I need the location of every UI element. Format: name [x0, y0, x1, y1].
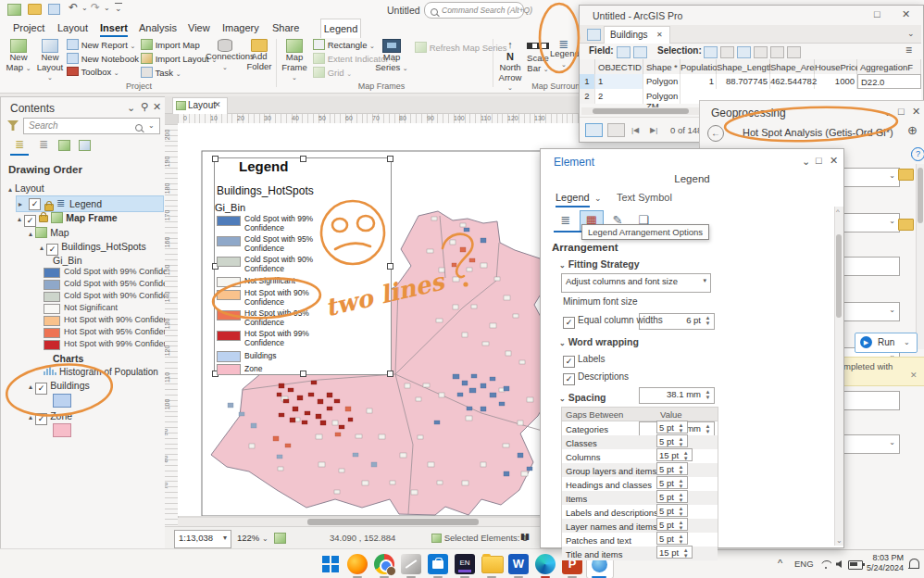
redo-dropdown-icon[interactable]: ⌄: [104, 3, 110, 13]
buildings-swatch[interactable]: [53, 394, 71, 408]
task-button[interactable]: Task ⌄: [141, 67, 181, 79]
tab-buildings-close-icon[interactable]: ✕: [656, 30, 663, 40]
undo-icon[interactable]: ↶: [69, 3, 78, 13]
attr-maximize-icon[interactable]: □: [874, 9, 880, 19]
language-indicator[interactable]: ENG: [794, 559, 814, 569]
layout-tab-close-icon[interactable]: ✕: [214, 100, 221, 110]
spacing-value-spinner[interactable]: 5 pt▲▼: [656, 504, 688, 517]
scale-select[interactable]: 1:13,038▾: [174, 530, 231, 548]
new-report-button[interactable]: New Report ⌄: [67, 39, 135, 51]
gp-scrollbar[interactable]: [916, 164, 924, 349]
labels-width-spinner[interactable]: 38.1 mm▲▼: [639, 387, 715, 404]
customize-qat-icon[interactable]: ⌄: [115, 3, 122, 14]
spacing-value-spinner[interactable]: 5 pt▲▼: [656, 476, 688, 489]
import-map-button[interactable]: Import Map: [141, 39, 200, 50]
save-project-icon[interactable]: [48, 4, 60, 15]
spacing-value-spinner[interactable]: 15 pt▲▼: [656, 448, 693, 461]
gp-notification-close-icon[interactable]: ✕: [910, 371, 918, 381]
gp-maximize-icon[interactable]: □: [898, 107, 905, 117]
contents-view-tab-3[interactable]: [58, 140, 70, 151]
tree-item-map[interactable]: ▴ Map: [29, 227, 69, 239]
element-panel-scrollbar[interactable]: ^⌄: [834, 207, 843, 546]
spacing-expander[interactable]: ⌄ Spacing: [559, 392, 606, 404]
tab-insert[interactable]: Insert: [100, 22, 128, 37]
calculate-field-icon[interactable]: [633, 46, 647, 58]
select-by-attributes-icon[interactable]: [704, 46, 718, 58]
legend-items-icon[interactable]: ≣: [554, 210, 578, 232]
legend-ribbon-button[interactable]: ≣ Legend⌄: [550, 39, 578, 69]
spacing-value-spinner[interactable]: 5 pt▲▼: [656, 421, 688, 434]
connections-button[interactable]: Connections⌄: [206, 39, 244, 72]
element-tab-legend-dropdown-icon[interactable]: ⌄: [594, 194, 602, 204]
contents-search-dropdown-icon[interactable]: ⌄: [148, 120, 155, 131]
spacing-value-spinner[interactable]: 5 pt▲▼: [656, 490, 688, 503]
fitting-strategy-dropdown[interactable]: Adjust columns and font size▾: [561, 273, 711, 293]
table-view-icon-selected[interactable]: [585, 123, 603, 137]
gp-browse-icon-2[interactable]: [898, 219, 914, 231]
element-tab-text-symbol[interactable]: Text Symbol: [617, 192, 672, 203]
tab-imagery[interactable]: Imagery: [222, 22, 259, 33]
spacing-value-spinner[interactable]: 5 pt▲▼: [656, 532, 688, 545]
gp-browse-icon[interactable]: [898, 169, 914, 181]
tab-legend-contextual[interactable]: Legend: [320, 19, 361, 38]
labels-checkbox[interactable]: ✓ Labels: [563, 353, 606, 368]
zoom-level[interactable]: 122% ⌄: [237, 533, 268, 544]
tab-list-dropdown-icon[interactable]: ⌄: [907, 29, 915, 39]
word-wrapping-expander[interactable]: ⌄ Word wrapping: [559, 336, 639, 348]
store-icon[interactable]: [428, 554, 448, 574]
wifi-icon[interactable]: [820, 560, 831, 569]
toolbox-button[interactable]: Toolbox ⌄: [67, 67, 119, 78]
tree-item-buildings-layer[interactable]: ▴ ✓ Buildings: [29, 380, 90, 395]
switch-selection-icon[interactable]: [737, 46, 751, 58]
spacing-value-spinner[interactable]: 5 pt▲▼: [656, 518, 688, 531]
chrome-icon[interactable]: [374, 554, 394, 574]
gp-close-icon[interactable]: ✕: [912, 107, 920, 117]
rectangle-button[interactable]: Rectangle ⌄: [313, 39, 375, 51]
tab-project[interactable]: Project: [13, 22, 44, 33]
tree-item-hotspots-layer[interactable]: ▴ ✓ Buildings_HotSpots: [40, 241, 146, 256]
tab-layout-doc[interactable]: Layout ✕: [172, 97, 228, 114]
element-tab-legend[interactable]: Legend: [556, 192, 590, 207]
contents-view-tab-4[interactable]: [79, 140, 91, 151]
tab-buildings[interactable]: Buildings ✕: [604, 26, 670, 44]
open-project-icon[interactable]: [28, 4, 42, 15]
zone-swatch[interactable]: [53, 423, 71, 437]
tray-expand-icon[interactable]: ^: [778, 559, 782, 569]
map-frame-button[interactable]: Map Frame ⌄: [280, 39, 309, 82]
snap-icon[interactable]: [274, 533, 286, 544]
add-field-icon[interactable]: [617, 46, 631, 58]
command-search[interactable]: Command Search (Alt+Q): [424, 2, 524, 19]
go-to-first-record-icon[interactable]: |◀: [631, 125, 639, 135]
spacing-value-spinner[interactable]: 5 pt▲▼: [656, 462, 688, 475]
speaker-icon[interactable]: [836, 560, 842, 568]
run-dropdown-icon[interactable]: ⌄: [904, 337, 910, 347]
map-series-button[interactable]: Map Series ⌄: [374, 39, 409, 73]
gp-help-icon[interactable]: ?: [911, 147, 924, 161]
pause-drawing-icon[interactable]: ▮▮: [520, 532, 530, 541]
word-icon[interactable]: W: [508, 554, 529, 574]
firefox-icon[interactable]: [347, 554, 368, 574]
contents-collapse-icon[interactable]: ⌄: [127, 103, 135, 113]
contents-search-input[interactable]: Search ⌄: [23, 118, 160, 134]
edge-icon[interactable]: [535, 554, 556, 574]
element-maximize-icon[interactable]: □: [816, 156, 822, 166]
attr-close-icon[interactable]: ✕: [902, 9, 910, 19]
en-app-icon[interactable]: EN: [455, 554, 475, 574]
table-view-icon[interactable]: [607, 123, 625, 137]
table-menu-icon[interactable]: ≡: [905, 45, 912, 56]
tab-layout[interactable]: Layout: [57, 22, 88, 33]
tab-share[interactable]: Share: [272, 22, 299, 33]
selected-elements[interactable]: Selected Elements: 1: [431, 533, 527, 543]
start-button[interactable]: [320, 554, 341, 574]
run-button[interactable]: ▶ Run ⌄: [855, 333, 918, 353]
element-close-icon[interactable]: ✕: [830, 156, 838, 166]
project-icon[interactable]: [7, 4, 21, 16]
table-hscrollbar[interactable]: [581, 107, 700, 115]
contents-close-icon[interactable]: ✕: [153, 102, 161, 112]
table-row[interactable]: 1 1 Polygon ZM 1 88.707745 462.544782 10…: [580, 74, 921, 90]
gp-collapse-icon[interactable]: ⌄: [883, 107, 892, 118]
tree-item-layout[interactable]: ▴ Layout: [8, 182, 44, 195]
scale-bar-button[interactable]: Scale Bar ⌄: [524, 39, 552, 74]
notification-bell-icon[interactable]: [909, 559, 919, 568]
clock[interactable]: 8:03 PM5/24/2024: [867, 553, 904, 573]
